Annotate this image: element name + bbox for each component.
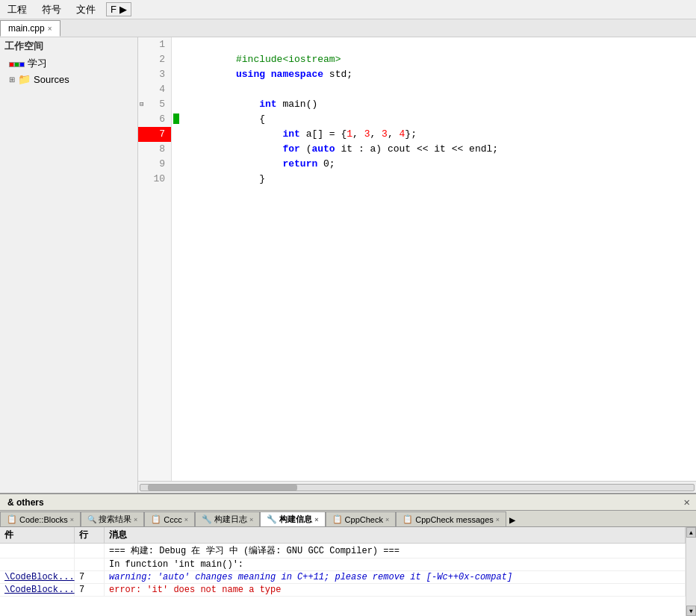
- bottom-tab-search-close[interactable]: ×: [134, 516, 137, 523]
- log-content[interactable]: 件 行 消息 === 构建: Debug 在 学习 中 (编译器: GNU GC…: [0, 527, 686, 616]
- line-num-9: 9: [138, 157, 171, 172]
- sidebar-item-learn[interactable]: 学习: [0, 55, 137, 72]
- code-editor: 1 2 3 4 ⊟5 6 7 8 9 10 #include<iostream>…: [138, 37, 696, 493]
- scroll-track[interactable]: [140, 484, 695, 491]
- bottom-tab-codeblocks-close[interactable]: ×: [70, 516, 74, 523]
- log-cell-msg-3: error: 'it' does not name a type: [105, 584, 686, 596]
- tab-label: main.cpp: [8, 23, 45, 34]
- line-num-10: 10: [138, 172, 171, 187]
- tab-icon-cccc: 📋: [151, 514, 161, 524]
- bottom-tab-cppcheck-msgs-close[interactable]: ×: [496, 516, 500, 523]
- bottom-tab-cppcheck-close[interactable]: ×: [385, 516, 389, 523]
- bottom-tab-codeblocks-label: Code::Blocks: [19, 515, 68, 524]
- tab-icon-search: 🔍: [87, 515, 96, 523]
- code-line-2: using namespace std;: [178, 52, 696, 67]
- bottom-tab-cppcheck-msgs[interactable]: 📋 CppCheck messages ×: [396, 511, 506, 526]
- log-scroll-track[interactable]: [686, 538, 696, 606]
- code-line-7: for (auto it : a) cout << it << endl;: [178, 127, 696, 142]
- code-line-9: }: [178, 157, 696, 172]
- scroll-thumb[interactable]: [148, 485, 297, 491]
- code-lines-area[interactable]: #include<iostream> using namespace std; …: [172, 37, 696, 481]
- bottom-tab-search-label: 搜索结果: [99, 514, 131, 525]
- tab-icon-codeblocks: 📋: [7, 514, 17, 524]
- code-content[interactable]: 1 2 3 4 ⊟5 6 7 8 9 10 #include<iostream>…: [138, 37, 696, 481]
- workspace-label: 工作空间: [0, 37, 137, 55]
- bottom-panel-close-button[interactable]: ✕: [681, 496, 693, 508]
- tab-icon-build-info: 🔧: [267, 514, 277, 524]
- bottom-tabs-more[interactable]: ▶: [509, 514, 515, 526]
- line-num-8: 8: [138, 142, 171, 157]
- bottom-panel-title: & others: [3, 497, 49, 508]
- log-cell-msg-0: === 构建: Debug 在 学习 中 (编译器: GNU GCC Compi…: [105, 544, 686, 558]
- log-cell-line-3: 7: [75, 584, 105, 596]
- line-num-7: 7: [138, 127, 171, 142]
- log-cell-msg-2: warning: 'auto' changes meaning in C++11…: [105, 571, 686, 583]
- bottom-tab-search[interactable]: 🔍 搜索结果 ×: [81, 511, 144, 526]
- bottom-panel: & others ✕ 📋 Code::Blocks × 🔍 搜索结果 × 📋 C…: [0, 493, 696, 616]
- log-cell-line-0: [75, 544, 105, 558]
- log-col-msg: 消息: [105, 527, 686, 543]
- log-cell-file-1: [0, 559, 75, 570]
- bottom-tab-cccc[interactable]: 📋 Cccc ×: [144, 511, 195, 526]
- tab-bar: main.cpp ×: [0, 19, 696, 37]
- log-scrollbar[interactable]: ▲ ▼: [686, 527, 696, 616]
- log-cell-line-2: 7: [75, 571, 105, 583]
- learn-label: 学习: [28, 57, 47, 70]
- code-line-1: #include<iostream>: [178, 37, 696, 52]
- horizontal-scrollbar[interactable]: [138, 481, 696, 493]
- menu-symbol[interactable]: 符号: [37, 1, 66, 18]
- bottom-tab-build-log[interactable]: 🔧 构建日志 ×: [195, 511, 260, 526]
- log-scroll-up-button[interactable]: ▲: [686, 527, 696, 538]
- line-numbers: 1 2 3 4 ⊟5 6 7 8 9 10: [138, 37, 172, 481]
- tab-close-button[interactable]: ×: [48, 25, 52, 33]
- line-num-6: 6: [138, 112, 171, 127]
- log-col-line: 行: [75, 527, 105, 543]
- bottom-tab-cccc-close[interactable]: ×: [184, 516, 188, 523]
- bottom-tab-build-info-close[interactable]: ×: [314, 516, 318, 523]
- bottom-tab-build-log-close[interactable]: ×: [249, 516, 253, 523]
- bottom-tab-codeblocks[interactable]: 📋 Code::Blocks ×: [0, 511, 81, 526]
- line-num-4: 4: [138, 82, 171, 97]
- tab-main-cpp[interactable]: main.cpp ×: [0, 20, 60, 37]
- bottom-tabs: 📋 Code::Blocks × 🔍 搜索结果 × 📋 Cccc × 🔧 构建日…: [0, 511, 696, 527]
- code-line-8: return 0;: [178, 142, 696, 157]
- log-cell-msg-1: In function 'int main()':: [105, 559, 686, 570]
- bottom-tab-cppcheck[interactable]: 📋 CppCheck ×: [326, 511, 397, 526]
- line-num-3: 3: [138, 67, 171, 82]
- log-scroll-down-button[interactable]: ▼: [686, 606, 696, 616]
- sidebar: 工作空间 学习 ⊞ 📁 Sources: [0, 37, 138, 493]
- bottom-panel-header: & others ✕: [0, 494, 696, 511]
- bottom-tab-cppcheck-label: CppCheck: [345, 515, 383, 524]
- main-area: 工作空间 学习 ⊞ 📁 Sources 1 2 3 4 ⊟5 6 7 8: [0, 37, 696, 493]
- code-line-3: [178, 67, 696, 82]
- bottom-tab-build-info[interactable]: 🔧 构建信息 ×: [260, 511, 325, 526]
- bottom-tab-build-log-label: 构建日志: [214, 514, 247, 525]
- tab-icon-cppcheck-msgs: 📋: [403, 514, 413, 524]
- line-num-5: ⊟5: [138, 97, 171, 112]
- code-line-5: {: [178, 97, 696, 112]
- line-num-2: 2: [138, 52, 171, 67]
- bottom-tab-cccc-label: Cccc: [164, 515, 181, 524]
- menu-f[interactable]: F ▶: [106, 2, 131, 16]
- code-line-6: int a[] = {1, 3, 3, 4};: [178, 112, 696, 127]
- log-header: 件 行 消息: [0, 527, 686, 544]
- tab-icon-build-log: 🔧: [202, 514, 212, 524]
- bottom-tab-cppcheck-msgs-label: CppCheck messages: [415, 515, 494, 524]
- log-cell-file-2[interactable]: \CodeBlock...: [0, 571, 75, 583]
- colored-blocks-icon: [9, 58, 25, 69]
- menu-file[interactable]: 文件: [72, 1, 100, 18]
- sidebar-item-sources[interactable]: ⊞ 📁 Sources: [0, 72, 137, 87]
- expand-icon: ⊞: [9, 75, 15, 84]
- log-row-0: === 构建: Debug 在 学习 中 (编译器: GNU GCC Compi…: [0, 544, 686, 559]
- log-row-1: In function 'int main()':: [0, 559, 686, 571]
- tab-icon-cppcheck: 📋: [332, 514, 343, 524]
- code-line-10: [178, 172, 696, 187]
- menu-bar: 工程 符号 文件 F ▶: [0, 0, 696, 19]
- folder-icon: 📁: [18, 73, 31, 85]
- log-cell-file-3[interactable]: \CodeBlock...: [0, 584, 75, 596]
- line-num-1: 1: [138, 37, 171, 52]
- sources-label: Sources: [34, 74, 69, 85]
- menu-project[interactable]: 工程: [3, 1, 31, 18]
- log-area: 件 行 消息 === 构建: Debug 在 学习 中 (编译器: GNU GC…: [0, 527, 696, 616]
- bottom-tab-build-info-label: 构建信息: [279, 514, 312, 525]
